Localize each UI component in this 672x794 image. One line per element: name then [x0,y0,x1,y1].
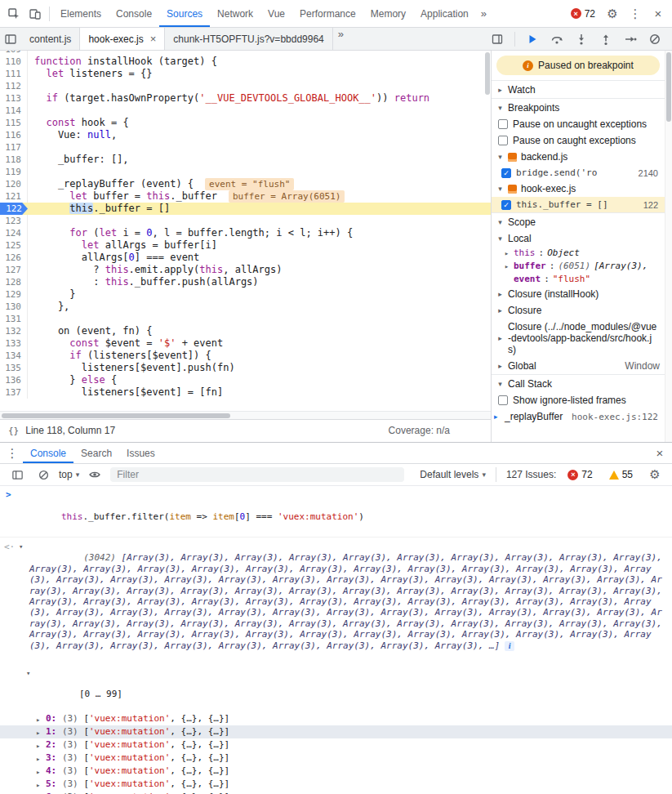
line-number[interactable]: 131 [0,313,28,325]
checkbox-icon[interactable] [498,119,508,129]
checkbox-icon[interactable] [498,395,508,405]
breakpoint-file-group[interactable]: ▾backend.js [492,149,665,165]
clear-console-icon[interactable] [33,464,54,485]
resume-script-icon[interactable] [522,29,543,50]
array-bucket-row[interactable]: ▾ [0 … 99] [0,665,672,712]
line-number[interactable]: 118 [0,154,28,166]
line-number[interactable]: 116 [0,129,28,141]
line-number[interactable]: 113 [0,92,28,105]
breakpoint-checkbox-icon[interactable]: ✓ [501,168,511,178]
sidebar-scrollbar[interactable] [665,51,672,442]
console-array-row[interactable]: ▸2: (3) ['vuex:mutation', {…}, {…}] [0,738,672,752]
step-over-icon[interactable] [546,29,567,50]
call-stack-frame[interactable]: ▸_replayBufferhook-exec.js:122 [492,408,665,425]
file-tab[interactable]: content.js [21,28,80,50]
kebab-menu-icon[interactable]: ⋮ [625,3,646,25]
scope-section[interactable]: ▸Closure (installHook) [492,286,665,302]
tab-vue[interactable]: Vue [260,0,292,27]
scope-variable[interactable]: ▸buffer: (6051) [Array(3), [492,260,665,273]
expand-icon[interactable]: ▸ [36,754,40,764]
console-array-row[interactable]: ▸1: (3) ['vuex:mutation', {…}, {…}] [0,725,672,738]
pretty-print-icon[interactable]: {} [8,426,19,436]
line-number[interactable]: 112 [0,80,28,92]
line-number[interactable]: 122 [0,203,28,215]
checkbox-icon[interactable] [498,136,508,145]
line-number[interactable]: 137 [0,386,28,399]
log-levels-dropdown[interactable]: Default levels ▾ [420,469,486,480]
drawer-tab-search[interactable]: Search [73,443,119,463]
console-array-row[interactable]: ▸6: (3) ['vuex:mutation', {…}, {…}] [0,791,672,794]
scope-section[interactable]: ▾Local [492,230,665,247]
line-number[interactable]: 119 [0,166,28,178]
console-command[interactable]: > this._buffer.filter(item => item[0] ==… [0,486,672,538]
line-number[interactable]: 127 [0,264,28,276]
scope-variable[interactable]: ▸this: Object [492,247,665,260]
line-number[interactable]: 133 [0,337,28,350]
more-panels-icon[interactable]: » [476,7,492,20]
console-sidebar-icon[interactable] [7,464,28,485]
line-number[interactable]: 126 [0,252,28,264]
tab-sources[interactable]: Sources [159,0,210,27]
scope-variable[interactable]: event: "flush" [492,273,665,286]
expand-icon[interactable]: ▸ [36,741,40,751]
collapse-icon[interactable]: ▾ [19,542,23,551]
line-number[interactable]: 121 [0,190,28,203]
line-number[interactable]: 111 [0,68,28,80]
drawer-kebab-icon[interactable]: ⋮ [2,443,23,464]
breakpoint-entry[interactable]: ✓this._buffer = []122 [492,197,665,212]
file-tab[interactable]: hook-exec.js× [80,28,165,50]
line-number[interactable]: 110 [0,56,28,68]
line-number[interactable]: 135 [0,362,28,374]
console-array-row[interactable]: ▸5: (3) ['vuex:mutation', {…}, {…}] [0,778,672,791]
close-devtools-icon[interactable]: × [648,3,669,25]
console-warning-count[interactable]: 55 [604,469,638,480]
expand-icon[interactable]: ▸ [36,728,40,738]
context-selector[interactable]: top ▾ [59,469,79,480]
expand-icon[interactable]: ▸ [36,715,40,725]
tab-memory[interactable]: Memory [363,0,413,27]
inspect-element-icon[interactable] [3,3,24,25]
console-array-row[interactable]: ▸0: (3) ['vuex:mutation', {…}, {…}] [0,712,672,725]
close-tab-icon[interactable]: × [150,33,157,45]
step-into-icon[interactable] [571,29,592,50]
console-array-row[interactable]: ▸3: (3) ['vuex:mutation', {…}, {…}] [0,752,672,765]
debugger-sidebar-toggle-icon[interactable] [487,29,508,50]
breakpoint-entry[interactable]: ✓bridge.send('ro2140 [492,165,665,181]
console-result[interactable]: <· ▾ (3042) [Array(3), Array(3), Array(3… [0,538,672,665]
line-number[interactable]: 132 [0,325,28,337]
step-out-icon[interactable] [595,29,616,50]
live-expression-eye-icon[interactable] [84,464,105,485]
line-number[interactable]: 128 [0,276,28,288]
scope-section[interactable]: ▸GlobalWindow [492,358,665,374]
tab-elements[interactable]: Elements [53,0,109,27]
tab-network[interactable]: Network [210,0,260,27]
expand-icon[interactable]: ▸ [36,780,40,790]
scope-section[interactable]: ▸Closure (../../node_modules/@vue-devtoo… [492,319,665,358]
breakpoint-checkbox-icon[interactable]: ✓ [501,200,511,210]
editor-horizontal-scrollbar[interactable] [0,411,491,419]
expand-icon[interactable]: ▸ [36,767,40,777]
console-error-count[interactable]: × 72 [563,469,597,480]
more-file-tabs-icon[interactable]: » [333,28,349,50]
device-toolbar-icon[interactable] [24,3,46,25]
file-tab[interactable]: chunk-HT5OPFTU.js?v=bbdd9964 [165,28,332,50]
issues-summary[interactable]: 127 Issues: [506,469,556,480]
breakpoints-section-header[interactable]: ▾ Breakpoints [492,98,665,116]
exception-toggle[interactable]: Pause on uncaught exceptions [492,116,665,132]
line-number[interactable]: 125 [0,239,28,252]
breakpoint-file-group[interactable]: ▾hook-exec.js [492,181,665,197]
scrollbar-thumb[interactable] [666,52,671,122]
line-number[interactable]: 134 [0,350,28,362]
line-number[interactable]: 114 [0,105,28,117]
scrollbar-thumb[interactable] [2,413,230,418]
line-number[interactable]: 117 [0,141,28,154]
close-drawer-icon[interactable]: × [649,443,670,464]
call-stack-section-header[interactable]: ▾ Call Stack [492,374,665,392]
error-count-badge[interactable]: × 72 [566,8,600,20]
settings-gear-icon[interactable]: ⚙ [602,3,623,25]
drawer-tab-console[interactable]: Console [23,443,73,463]
console-array-row[interactable]: ▸4: (3) ['vuex:mutation', {…}, {…}] [0,765,672,778]
line-number[interactable]: 124 [0,227,28,239]
line-number[interactable]: 120 [0,178,28,190]
tab-performance[interactable]: Performance [292,0,363,27]
